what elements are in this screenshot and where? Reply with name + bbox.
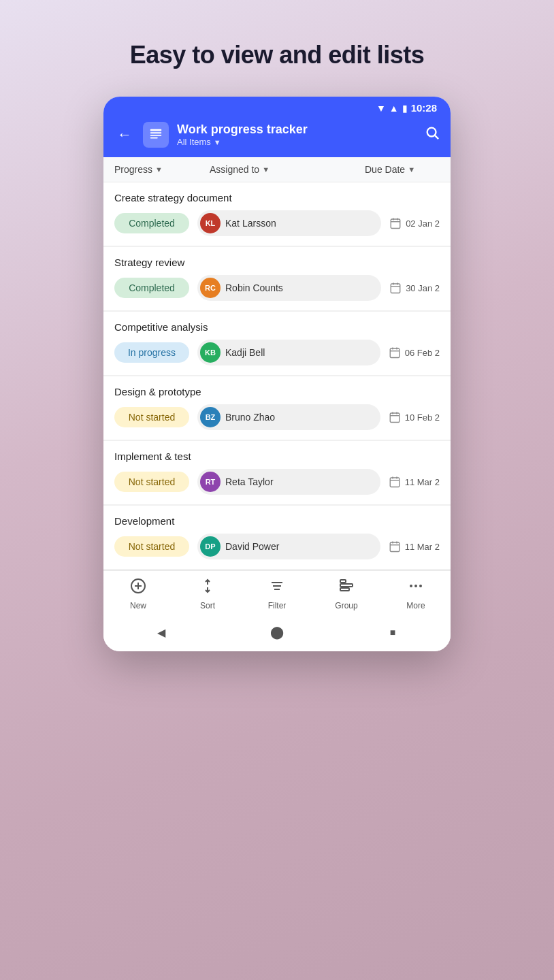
col-due-date[interactable]: Due Date ▼	[365, 164, 440, 175]
task-name: Competitive analysis	[114, 321, 440, 333]
column-headers: Progress ▼ Assigned to ▼ Due Date ▼	[103, 157, 451, 182]
due-date: 30 Jan 2	[389, 282, 440, 294]
status-badge: Not started	[114, 472, 189, 492]
app-subtitle[interactable]: All Items ▼	[177, 137, 417, 147]
avatar: RC	[200, 278, 221, 298]
task-item[interactable]: Development Not started DP David Power 1…	[103, 506, 451, 569]
assignee-pill: DP David Power	[197, 534, 380, 559]
date-text: 06 Feb 2	[405, 348, 440, 358]
new-icon	[130, 578, 146, 598]
status-time: 10:28	[411, 102, 437, 114]
more-button[interactable]: More	[395, 578, 436, 610]
date-text: 11 Mar 2	[405, 477, 440, 487]
assignee-pill: KB Kadji Bell	[197, 340, 380, 365]
search-button[interactable]	[425, 125, 440, 144]
wifi-icon: ▼	[376, 103, 386, 114]
svg-rect-26	[390, 542, 400, 552]
avatar: BZ	[200, 407, 221, 427]
assignee-pill: RT Reta Taylor	[197, 469, 380, 495]
duedate-chevron-icon: ▼	[408, 165, 415, 174]
back-button[interactable]: ←	[114, 123, 135, 146]
due-date: 02 Jan 2	[389, 217, 440, 229]
due-date: 06 Feb 2	[389, 346, 440, 359]
task-list: Create strategy document Completed KL Ka…	[103, 182, 451, 570]
group-button[interactable]: Group	[326, 578, 367, 610]
assignee-pill: KL Kat Larsson	[197, 210, 381, 236]
status-badge: Completed	[114, 278, 189, 298]
group-label: Group	[335, 601, 357, 610]
task-name: Implement & test	[114, 451, 440, 462]
sort-button[interactable]: Sort	[187, 578, 228, 610]
sort-label: Sort	[200, 601, 215, 610]
nav-recent-button[interactable]: ■	[383, 623, 402, 642]
status-badge: In progress	[114, 342, 189, 363]
task-name: Design & prototype	[114, 386, 440, 397]
svg-rect-1	[150, 132, 162, 133]
filter-button[interactable]: Filter	[257, 578, 297, 610]
page-headline: Easy to view and edit lists	[130, 41, 425, 69]
task-item[interactable]: Strategy review Completed RC Robin Count…	[103, 247, 451, 310]
group-icon	[338, 578, 355, 598]
date-text: 10 Feb 2	[405, 412, 440, 423]
avatar: KL	[200, 213, 221, 233]
task-row: Not started RT Reta Taylor 11 Mar 2	[114, 469, 440, 495]
more-label: More	[406, 601, 425, 610]
svg-rect-3	[150, 137, 158, 139]
svg-point-43	[419, 585, 422, 587]
bottom-toolbar: New Sort Filter	[103, 570, 451, 615]
assignee-name: Bruno Zhao	[225, 412, 275, 423]
svg-rect-10	[391, 284, 400, 293]
svg-rect-18	[390, 413, 400, 423]
battery-icon: ▮	[402, 103, 408, 114]
svg-point-41	[410, 585, 412, 587]
svg-rect-40	[340, 588, 349, 591]
app-title: Work progress tracker	[177, 122, 417, 137]
app-header: ← Work progress tracker All Items ▼	[103, 116, 451, 157]
subtitle-chevron-icon: ▼	[214, 138, 221, 146]
nav-home-button[interactable]: ⬤	[267, 623, 287, 642]
new-label: New	[130, 601, 146, 610]
new-button[interactable]: New	[118, 578, 159, 610]
task-row: In progress KB Kadji Bell 06 Feb 2	[114, 340, 440, 365]
task-row: Completed KL Kat Larsson 02 Jan 2	[114, 210, 440, 236]
task-row: Completed RC Robin Counts 30 Jan 2	[114, 275, 440, 301]
filter-icon	[269, 578, 285, 598]
task-name: Strategy review	[114, 257, 440, 268]
col-assigned[interactable]: Assigned to ▼	[210, 164, 365, 175]
status-badge: Completed	[114, 213, 189, 233]
avatar: DP	[200, 536, 221, 557]
svg-rect-22	[390, 478, 400, 487]
task-item[interactable]: Competitive analysis In progress KB Kadj…	[103, 312, 451, 375]
status-badge: Not started	[114, 536, 189, 557]
svg-rect-2	[150, 135, 162, 136]
date-text: 30 Jan 2	[406, 283, 440, 293]
task-item[interactable]: Implement & test Not started RT Reta Tay…	[103, 441, 451, 504]
task-item[interactable]: Create strategy document Completed KL Ka…	[103, 182, 451, 246]
col-progress[interactable]: Progress ▼	[114, 164, 210, 175]
svg-point-4	[427, 128, 436, 137]
svg-point-42	[414, 585, 417, 587]
avatar: RT	[200, 472, 221, 492]
more-icon	[408, 578, 424, 598]
svg-rect-14	[390, 348, 400, 358]
date-text: 02 Jan 2	[406, 218, 440, 229]
status-icons: ▼ ▲ ▮ 10:28	[376, 102, 437, 114]
task-row: Not started BZ Bruno Zhao 10 Feb 2	[114, 404, 440, 430]
task-name: Create strategy document	[114, 192, 440, 203]
nav-back-button[interactable]: ◀	[152, 623, 171, 642]
status-bar: ▼ ▲ ▮ 10:28	[103, 97, 451, 116]
assignee-name: Kat Larsson	[225, 218, 276, 229]
assignee-name: David Power	[225, 541, 279, 552]
app-title-block: Work progress tracker All Items ▼	[177, 122, 417, 147]
task-item[interactable]: Design & prototype Not started BZ Bruno …	[103, 376, 451, 440]
assignee-pill: RC Robin Counts	[197, 275, 381, 301]
svg-rect-6	[391, 219, 400, 229]
svg-line-5	[435, 135, 438, 139]
assignee-name: Reta Taylor	[225, 476, 274, 487]
assigned-chevron-icon: ▼	[262, 165, 270, 174]
task-name: Development	[114, 515, 440, 527]
assignee-name: Robin Counts	[225, 282, 283, 293]
android-nav: ◀ ⬤ ■	[103, 615, 451, 651]
filter-label: Filter	[268, 601, 287, 610]
phone-mockup: ▼ ▲ ▮ 10:28 ← Work progress tracker All …	[103, 97, 451, 651]
